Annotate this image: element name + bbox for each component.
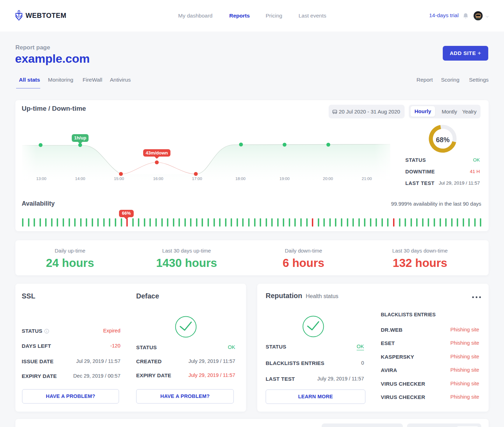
svg-text:17:00: 17:00 [192, 177, 202, 181]
svg-text:21:00: 21:00 [362, 177, 372, 181]
svg-text:18:00: 18:00 [236, 177, 246, 181]
svg-text:16:00: 16:00 [153, 177, 163, 181]
svg-text:14:00: 14:00 [75, 177, 85, 181]
svg-text:13:00: 13:00 [36, 177, 47, 181]
svg-text:15:00: 15:00 [114, 177, 124, 181]
svg-text:19:00: 19:00 [280, 177, 290, 181]
svg-text:20:00: 20:00 [323, 177, 333, 181]
